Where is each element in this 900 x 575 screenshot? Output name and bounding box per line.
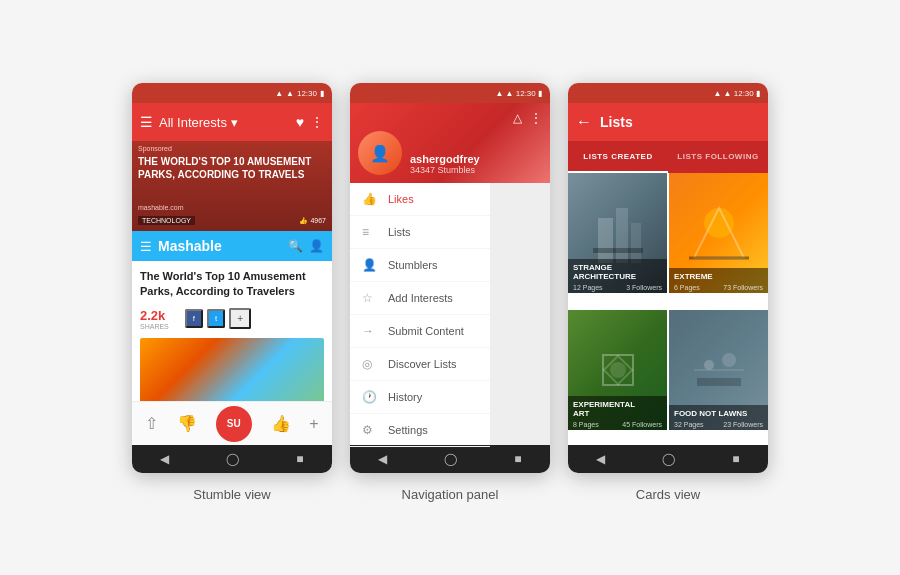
sv-toolbar: ☰ All Interests ▾ ♥ ⋮ — [132, 103, 332, 141]
np-history-icon: 🕐 — [362, 390, 378, 404]
svg-rect-3 — [593, 248, 643, 253]
np-drawer-bg: 👍 Likes ≡ Lists 👤 Stumblers ☆ Add Intere… — [350, 183, 550, 445]
cv-tabs: LISTS CREATED LISTS FOLLOWING — [568, 141, 768, 173]
sv-more-icon[interactable]: ⋮ — [310, 114, 324, 130]
mashable-search-icon[interactable]: 🔍 — [288, 239, 303, 253]
cv-card-1-pages: 12 Pages — [573, 284, 603, 291]
sv-menu-icon[interactable]: ☰ — [140, 114, 153, 130]
mashable-menu-icon[interactable]: ☰ — [140, 239, 152, 254]
sv-toolbar-right-icons: ♥ ⋮ — [296, 114, 324, 130]
np-more-icon[interactable]: ⋮ — [530, 111, 542, 125]
np-header: △ ⋮ 👤 ashergodfrey 34347 Stumbles — [350, 103, 550, 183]
cv-card-3-name: EXPERIMENTALART — [573, 400, 662, 419]
np-likes-label: Likes — [388, 193, 414, 205]
cv-card-3-image — [588, 340, 648, 400]
sv-nav-bar: ◀ ◯ ■ — [132, 445, 332, 473]
cv-card-extreme[interactable]: EXTREME 6 Pages 73 Followers — [669, 173, 768, 293]
np-user-info: ashergodfrey 34347 Stumbles — [410, 153, 542, 175]
sv-hero: Sponsored THE WORLD'S TOP 10 AMUSEMENT P… — [132, 141, 332, 231]
cv-back-button[interactable]: ← — [576, 113, 592, 131]
sv-heart-icon[interactable]: ♥ — [296, 114, 304, 130]
np-menu-likes[interactable]: 👍 Likes — [350, 183, 490, 216]
stumble-view-label: Stumble view — [193, 487, 270, 502]
np-menu-submit[interactable]: → Submit Content — [350, 315, 490, 348]
cv-card-food-not-lawns[interactable]: FOOD NOT LAWNS 32 Pages 23 Followers — [669, 310, 768, 430]
np-lists-label: Lists — [388, 226, 411, 238]
sv-count-block: 2.2k SHARES — [140, 308, 169, 330]
np-menu-stumblers[interactable]: 👤 Stumblers — [350, 249, 490, 282]
sv-nav-back[interactable]: ◀ — [160, 452, 169, 466]
sv-sponsored: Sponsored — [138, 145, 172, 152]
np-interests-label: Add Interests — [388, 292, 453, 304]
sv-share-icon[interactable]: ⇧ — [145, 414, 158, 433]
sv-article: The World's Top 10 Amusement Parks, Acco… — [132, 261, 332, 401]
sv-facebook-button[interactable]: f — [185, 309, 203, 328]
cv-card-3-meta: 8 Pages 45 Followers — [573, 421, 662, 428]
cv-card-2-pages: 6 Pages — [674, 284, 700, 291]
cv-tab-created[interactable]: LISTS CREATED — [568, 141, 668, 173]
sv-stumble-button[interactable]: SU — [216, 406, 252, 442]
cv-card-2-followers: 73 Followers — [723, 284, 763, 291]
svg-point-8 — [610, 362, 626, 378]
stumble-view-phone: ▲ ▲ 12:30 ▮ ☰ All Interests ▾ ♥ ⋮ — [132, 83, 332, 473]
np-bell-icon[interactable]: △ — [513, 111, 522, 125]
np-stumblers-icon: 👤 — [362, 258, 378, 272]
cv-nav-home[interactable]: ◯ — [662, 452, 675, 466]
cv-card-3-overlay: EXPERIMENTALART 8 Pages 45 Followers — [568, 396, 667, 430]
sv-time: 12:30 — [297, 89, 317, 98]
cv-status-icons: ▲ ▲ 12:30 ▮ — [713, 89, 760, 98]
np-avatar-initials: 👤 — [370, 144, 390, 163]
np-settings-label: Settings — [388, 424, 428, 436]
np-menu-add-interests[interactable]: ☆ Add Interests — [350, 282, 490, 315]
sv-add-icon[interactable]: + — [309, 415, 318, 433]
mashable-user-icon[interactable]: 👤 — [309, 239, 324, 253]
sv-dislike-icon[interactable]: 👎 — [177, 414, 197, 433]
sv-count-label: SHARES — [140, 323, 169, 330]
svg-rect-2 — [631, 223, 641, 263]
np-avatar: 👤 — [358, 131, 402, 175]
np-menu-settings[interactable]: ⚙ Settings — [350, 414, 490, 447]
np-menu-history[interactable]: 🕐 History — [350, 381, 490, 414]
sv-fb-icon: f — [193, 314, 195, 323]
sv-nav-recents[interactable]: ■ — [296, 452, 303, 466]
cv-card-3-followers: 45 Followers — [622, 421, 662, 428]
sv-plus-button[interactable]: + — [229, 308, 251, 329]
sv-hero-url: mashable.com — [138, 204, 184, 211]
cv-title: Lists — [600, 114, 760, 130]
cv-nav-back[interactable]: ◀ — [596, 452, 605, 466]
svg-rect-1 — [616, 208, 628, 263]
sv-dropdown-icon[interactable]: ▾ — [231, 115, 238, 130]
sv-title-text: All Interests — [159, 115, 227, 130]
np-nav-recents[interactable]: ■ — [514, 452, 521, 466]
sv-like-icon[interactable]: 👍 — [271, 414, 291, 433]
cv-card-1-overlay: STRANGEARCHITECTURE 12 Pages 3 Followers — [568, 259, 667, 293]
np-menu-lists[interactable]: ≡ Lists — [350, 216, 490, 249]
cv-card-experimental-art[interactable]: EXPERIMENTALART 8 Pages 45 Followers — [568, 310, 667, 430]
cv-tab-following[interactable]: LISTS FOLLOWING — [668, 141, 768, 173]
cards-view-wrapper: ▲ ▲ 12:30 ▮ ← Lists LISTS CREATED LISTS … — [568, 83, 768, 502]
np-status-bar: ▲ ▲ 12:30 ▮ — [350, 83, 550, 103]
cards-view-label: Cards view — [636, 487, 700, 502]
sv-twitter-button[interactable]: t — [207, 309, 225, 328]
mashable-title: Mashable — [158, 238, 282, 254]
np-menu-discover[interactable]: ◎ Discover Lists — [350, 348, 490, 381]
sv-battery: ▮ — [320, 89, 324, 98]
cv-card-4-overlay: FOOD NOT LAWNS 32 Pages 23 Followers — [669, 405, 768, 430]
cv-nav-recents[interactable]: ■ — [732, 452, 739, 466]
cv-card-strange-architecture[interactable]: STRANGEARCHITECTURE 12 Pages 3 Followers — [568, 173, 667, 293]
svg-point-11 — [722, 353, 736, 367]
np-likes-icon: 👍 — [362, 192, 378, 206]
sv-nav-home[interactable]: ◯ — [226, 452, 239, 466]
sv-count: 2.2k — [140, 308, 169, 323]
mashable-bar: ☰ Mashable 🔍 👤 — [132, 231, 332, 261]
np-nav-home[interactable]: ◯ — [444, 452, 457, 466]
screenshots-container: ▲ ▲ 12:30 ▮ ☰ All Interests ▾ ♥ ⋮ — [122, 63, 778, 512]
np-nav-back[interactable]: ◀ — [378, 452, 387, 466]
cv-card-2-name: EXTREME — [674, 272, 763, 282]
cv-card-2-overlay: EXTREME 6 Pages 73 Followers — [669, 268, 768, 293]
cv-cards-grid: STRANGEARCHITECTURE 12 Pages 3 Followers — [568, 173, 768, 445]
sv-status-bar: ▲ ▲ 12:30 ▮ — [132, 83, 332, 103]
sv-wifi: ▲ — [286, 89, 294, 98]
cv-status-bar: ▲ ▲ 12:30 ▮ — [568, 83, 768, 103]
sv-toolbar-title: All Interests ▾ — [159, 115, 290, 130]
